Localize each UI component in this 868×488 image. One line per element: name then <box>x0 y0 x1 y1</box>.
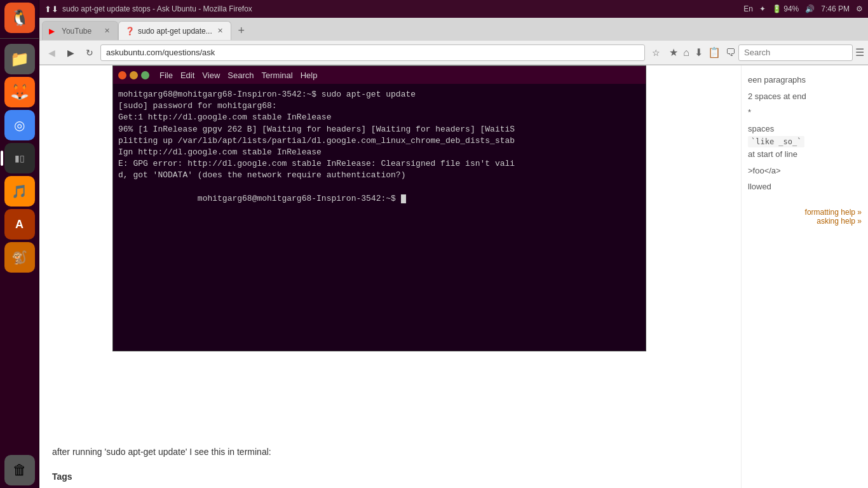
youtube-tab-label: YouTube <box>62 27 92 36</box>
reload-button[interactable]: ↻ <box>81 44 98 61</box>
asking-help-link[interactable]: asking help » <box>748 217 862 226</box>
terminal-line-7: E: GPG error: http://dl.google.com stabl… <box>118 158 641 170</box>
battery-icon: 🔋 <box>772 4 782 13</box>
sidebar-item-6: >foo</a> <box>748 163 862 179</box>
forward-button[interactable]: ▶ <box>62 44 79 61</box>
tags-heading: Tags <box>52 471 728 482</box>
terminal-line-8: d, got 'NODATA' (does the network requir… <box>118 170 641 181</box>
askubuntu-tab-close[interactable]: ✕ <box>216 27 224 35</box>
terminal-close-button[interactable] <box>118 71 126 79</box>
terminal-line-3: Get:1 http://dl.google.com stable InRele… <box>118 112 641 123</box>
askubuntu-favicon: ❓ <box>125 27 134 36</box>
volume-icon: 🔊 <box>805 4 815 13</box>
terminal-line-4: 96% [1 InRelease gpgv 262 B] [Waiting fo… <box>118 124 641 135</box>
dock-files-icon[interactable]: 📁 <box>4 44 35 74</box>
terminal-menu-terminal[interactable]: Terminal <box>262 71 293 80</box>
tab-bar: ▶ YouTube ✕ ❓ sudo apt-get update... ✕ + <box>39 18 868 41</box>
terminal-line-9: mohitgarg68@mohitgarg68-Inspiron-3542:~$ <box>118 182 641 217</box>
new-tab-button[interactable]: + <box>234 23 249 38</box>
tab-youtube[interactable]: ▶ YouTube ✕ <box>42 21 118 40</box>
application-dock: 🐧 📁 🦊 ◎ ▮▯ 🎵 A 🐒 🗑 <box>0 0 39 488</box>
bookmark-button[interactable]: ☆ <box>648 44 664 61</box>
dock-vlc-icon[interactable]: 🎵 <box>4 176 35 207</box>
system-time: 7:46 PM <box>821 4 850 13</box>
terminal-menu-help[interactable]: Help <box>301 71 318 80</box>
terminal-menu-file[interactable]: File <box>159 71 173 80</box>
code-sample: `like _so_` <box>748 136 804 147</box>
sidebar-item-1: een paragraphs <box>748 72 862 88</box>
dock-apps-icon[interactable]: A <box>4 209 35 240</box>
terminal-maximize-button[interactable] <box>141 71 149 79</box>
network-icon: ⬆⬇ <box>44 4 58 14</box>
page-text: after running 'sudo apt-get update' I se… <box>39 439 741 488</box>
sidebar-item-4: spaces <box>748 121 862 137</box>
terminal-menu-search[interactable]: Search <box>227 71 254 80</box>
battery-status: 🔋 94% <box>772 4 799 13</box>
back-button[interactable]: ◀ <box>43 44 60 61</box>
dock-ubuntu-icon[interactable]: 🐧 <box>4 3 35 33</box>
sidebar-item-2: 2 spaces at end <box>748 88 862 105</box>
dock-terminal-icon[interactable]: ▮▯ <box>4 143 35 173</box>
sidebar-item-5: at start of line <box>748 146 862 163</box>
dock-firefox-icon[interactable]: 🦊 <box>4 77 35 107</box>
terminal-menu: File Edit View Search Terminal Help <box>159 71 317 80</box>
right-sidebar: een paragraphs 2 spaces at end * spaces … <box>741 65 868 488</box>
bookmark-star-icon[interactable]: ★ <box>669 46 678 58</box>
dock-monkey-icon[interactable]: 🐒 <box>4 242 35 273</box>
bluetooth-icon: ✦ <box>759 4 766 13</box>
address-bar-row: ◀ ▶ ↻ ☆ ★ ⌂ ⬇ 📋 🗨 ☰ <box>39 41 868 65</box>
browser-window: ⬆⬇ sudo apt-get update stops - Ask Ubunt… <box>39 0 868 488</box>
home-icon[interactable]: ⌂ <box>683 47 689 58</box>
terminal-minimize-button[interactable] <box>130 71 138 79</box>
pocket-icon[interactable]: 🗨 <box>726 47 736 58</box>
window-title: sudo apt-get update stops - Ask Ubuntu -… <box>62 4 252 13</box>
sidebar-item-7: llowed <box>748 179 862 195</box>
settings-icon[interactable]: ⚙ <box>856 4 863 13</box>
terminal-titlebar: File Edit View Search Terminal Help <box>113 66 646 84</box>
menu-icon[interactable]: ☰ <box>855 46 864 58</box>
terminal-body[interactable]: mohitgarg68@mohitgarg68-Inspiron-3542:~$… <box>113 84 646 351</box>
sidebar-item-3: * <box>748 104 862 121</box>
system-top-bar: ⬆⬇ sudo apt-get update stops - Ask Ubunt… <box>39 0 868 18</box>
page-content: File Edit View Search Terminal Help mohi… <box>39 65 868 488</box>
toolbar-icons: ★ ⌂ ⬇ 📋 🗨 <box>669 46 736 58</box>
dock-chromium-icon[interactable]: ◎ <box>4 110 35 140</box>
terminal-window: File Edit View Search Terminal Help mohi… <box>112 65 646 351</box>
search-input[interactable] <box>738 44 853 61</box>
page-inner: File Edit View Search Terminal Help mohi… <box>39 65 868 488</box>
terminal-cursor <box>401 194 406 203</box>
reader-icon[interactable]: 📋 <box>708 46 721 58</box>
keyboard-layout: En <box>743 4 753 13</box>
main-area: File Edit View Search Terminal Help mohi… <box>39 65 741 488</box>
description-text: after running 'sudo apt-get update' I se… <box>52 445 728 459</box>
tab-askubuntu[interactable]: ❓ sudo apt-get update... ✕ <box>118 21 231 40</box>
formatting-help-link[interactable]: formatting help » <box>748 208 862 217</box>
terminal-line-6: Ign http://dl.google.com stable InReleas… <box>118 147 641 158</box>
terminal-line-2: [sudo] password for mohitgarg68: <box>118 100 641 112</box>
firefox-chrome: ▶ YouTube ✕ ❓ sudo apt-get update... ✕ +… <box>39 18 868 65</box>
address-input[interactable] <box>100 44 645 61</box>
askubuntu-tab-label: sudo apt-get update... <box>138 27 212 36</box>
youtube-favicon: ▶ <box>49 27 58 36</box>
terminal-controls <box>118 71 149 79</box>
terminal-menu-view[interactable]: View <box>202 71 220 80</box>
dock-trash-icon[interactable]: 🗑 <box>4 455 35 485</box>
terminal-line-1: mohitgarg68@mohitgarg68-Inspiron-3542:~$… <box>118 89 641 100</box>
downloads-icon[interactable]: ⬇ <box>695 46 703 58</box>
terminal-line-5: plitting up /var/lib/apt/lists/partial/d… <box>118 135 641 147</box>
terminal-menu-edit[interactable]: Edit <box>180 71 194 80</box>
youtube-tab-close[interactable]: ✕ <box>103 27 111 35</box>
